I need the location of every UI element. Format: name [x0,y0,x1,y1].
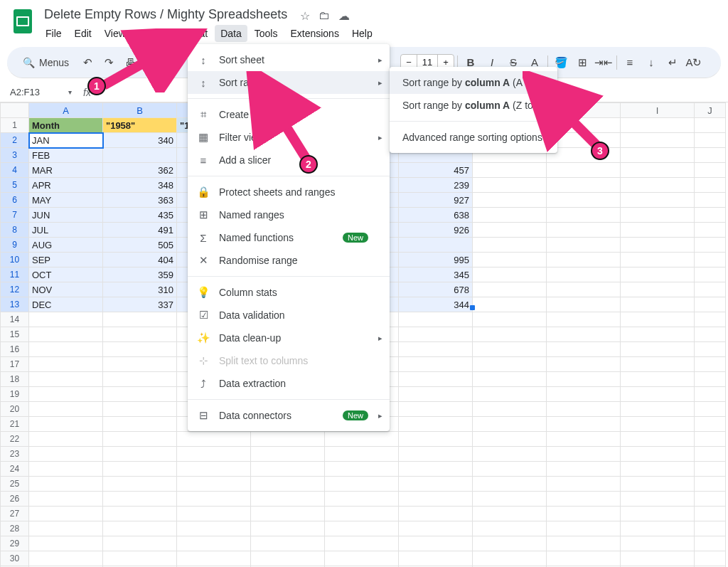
cell-A28[interactable] [29,521,103,536]
cell-A19[interactable] [29,387,103,402]
row-header-28[interactable]: 28 [1,521,29,536]
cell-I12[interactable] [621,282,695,297]
cell-B15[interactable] [103,327,177,342]
cell-F17[interactable] [399,357,473,372]
cell-B26[interactable] [103,492,177,507]
row-header-25[interactable]: 25 [1,477,29,492]
cell-J5[interactable] [695,178,726,193]
cell-D28[interactable] [251,521,325,536]
cloud-icon[interactable]: ☁ [338,9,350,23]
cell-J15[interactable] [695,327,726,342]
cell-I23[interactable] [621,447,695,462]
cell-B29[interactable] [103,536,177,551]
row-header-6[interactable]: 6 [1,193,29,208]
cell-G26[interactable] [473,492,547,507]
h-align-button[interactable]: ≡ [620,53,640,73]
cell-I17[interactable] [621,357,695,372]
cell-G23[interactable] [473,447,547,462]
cell-G20[interactable] [473,402,547,417]
cell-J2[interactable] [695,133,726,148]
cell-I9[interactable] [621,238,695,253]
cell-I27[interactable] [621,507,695,521]
cell-J26[interactable] [695,492,726,507]
cell-J6[interactable] [695,193,726,208]
menu-file[interactable]: File [40,25,68,42]
cell-G4[interactable] [473,163,547,178]
cell-H12[interactable] [547,282,621,297]
cell-J24[interactable] [695,462,726,477]
cell-H10[interactable] [547,253,621,267]
cell-B22[interactable] [103,432,177,447]
v-align-button[interactable]: ↓ [641,53,661,73]
cell-G11[interactable] [473,267,547,282]
cell-C25[interactable] [177,477,251,492]
cell-A20[interactable] [29,402,103,417]
cell-J4[interactable] [695,163,726,178]
cell-G13[interactable] [473,297,547,312]
cell-E26[interactable] [325,492,399,507]
cell-F5[interactable]: 239 [399,178,473,193]
cell-A18[interactable] [29,372,103,387]
cell-D22[interactable] [251,432,325,447]
cell-A12[interactable]: NOV [29,282,103,297]
cell-A17[interactable] [29,357,103,372]
row-header-1[interactable]: 1 [1,118,29,133]
cell-D26[interactable] [251,492,325,507]
cell-G7[interactable] [473,208,547,223]
cell-B2[interactable]: 340 [103,133,177,148]
cell-H26[interactable] [547,492,621,507]
cell-H6[interactable] [547,193,621,208]
cell-F30[interactable] [399,551,473,566]
borders-button[interactable]: ⊞ [572,53,592,73]
column-header-B[interactable]: B [103,103,177,118]
cell-A25[interactable] [29,477,103,492]
cell-J17[interactable] [695,357,726,372]
row-header-20[interactable]: 20 [1,402,29,417]
row-header-7[interactable]: 7 [1,208,29,223]
cell-J9[interactable] [695,238,726,253]
cell-F13[interactable]: 344 [399,297,473,312]
cell-B1[interactable]: "1958" [103,118,177,133]
menu-extensions[interactable]: Extensions [284,25,344,42]
row-header-8[interactable]: 8 [1,223,29,238]
cell-J8[interactable] [695,223,726,238]
cell-B9[interactable]: 505 [103,238,177,253]
cell-H17[interactable] [547,357,621,372]
cell-A26[interactable] [29,492,103,507]
cell-J19[interactable] [695,387,726,402]
document-title[interactable]: Delete Empty Rows / Mighty Spreadsheets [40,6,291,23]
cell-B28[interactable] [103,521,177,536]
cell-A11[interactable]: OCT [29,267,103,282]
row-header-30[interactable]: 30 [1,551,29,566]
cell-E30[interactable] [325,551,399,566]
cell-H30[interactable] [547,551,621,566]
menu-search[interactable]: 🔍 Menus [16,54,76,71]
cell-J22[interactable] [695,432,726,447]
menu-data-connectors[interactable]: ⊟Data connectorsNew▸ [188,404,390,427]
cell-G17[interactable] [473,357,547,372]
cell-F12[interactable]: 678 [399,282,473,297]
cell-H8[interactable] [547,223,621,238]
cell-J13[interactable] [695,297,726,312]
cell-A6[interactable]: MAY [29,193,103,208]
row-header-9[interactable]: 9 [1,238,29,253]
row-header-17[interactable]: 17 [1,357,29,372]
cell-B25[interactable] [103,477,177,492]
cell-J16[interactable] [695,342,726,357]
cell-J27[interactable] [695,507,726,521]
cell-H11[interactable] [547,267,621,282]
cell-C26[interactable] [177,492,251,507]
column-header-I[interactable]: I [621,103,695,118]
cell-G28[interactable] [473,521,547,536]
cell-F23[interactable] [399,447,473,462]
cell-E29[interactable] [325,536,399,551]
cell-G30[interactable] [473,551,547,566]
cell-F21[interactable] [399,417,473,432]
cell-A7[interactable]: JUN [29,208,103,223]
cell-F25[interactable] [399,477,473,492]
row-header-27[interactable]: 27 [1,507,29,521]
cell-I2[interactable] [621,133,695,148]
cell-H7[interactable] [547,208,621,223]
cell-I10[interactable] [621,253,695,267]
cell-I5[interactable] [621,178,695,193]
